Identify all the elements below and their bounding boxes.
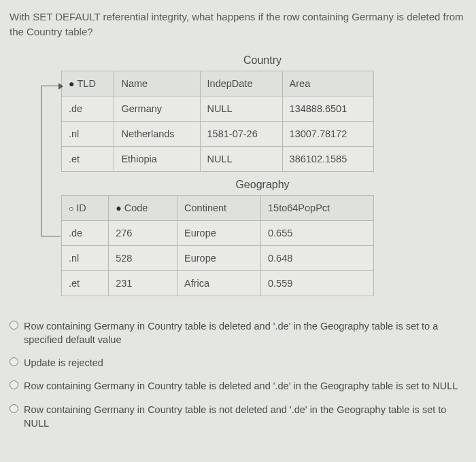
table-row: .nl Netherlands 1581-07-26 13007.78172 [62,121,374,146]
cell: .de [62,220,109,245]
pk-dot-icon: ● [69,79,74,88]
cell: NULL [200,96,282,121]
table-row: .nl 528 Europe 0.648 [62,245,374,270]
cell: 0.655 [261,220,374,245]
option-3-text: Row containing Germany in Country table … [24,379,464,393]
cell: Europe [177,220,261,245]
cell: 13007.78172 [282,121,373,146]
geography-col-code-label: Code [124,202,148,213]
cell: 231 [109,270,177,296]
radio-icon[interactable] [10,404,18,413]
geography-col-continent: Continent [177,195,261,220]
cell: 0.559 [261,270,374,296]
option-2[interactable]: Update is rejected [10,356,464,370]
country-header-row: ●TLD Name IndepDate Area [62,71,374,96]
option-4[interactable]: Row containing Germany in Country table … [10,403,464,431]
cell: 528 [109,245,177,270]
cell: .et [62,270,109,296]
country-col-area: Area [282,71,373,96]
relationship-connector [41,86,61,236]
tables-container: Country ●TLD Name IndepDate Area .de Ger… [61,54,464,296]
cell: .nl [62,121,114,146]
cell: Europe [177,245,261,270]
table-row: .de Germany NULL 134888.6501 [62,96,374,121]
country-table: ●TLD Name IndepDate Area .de Germany NUL… [61,71,374,172]
cell: .et [62,146,114,171]
cell: .nl [62,245,109,270]
option-3[interactable]: Row containing Germany in Country table … [10,379,464,393]
country-col-tld-label: TLD [77,78,95,89]
fk-circle-icon: ○ [69,205,73,213]
cell: Netherlands [114,121,200,146]
geography-col-poppct: 15to64PopPct [261,195,374,220]
geography-table: ○ID ●Code Continent 15to64PopPct .de 276… [61,195,374,296]
option-1[interactable]: Row containing Germany in Country table … [10,319,464,347]
option-2-text: Update is rejected [24,356,464,370]
option-4-text: Row containing Germany in Country table … [24,403,464,431]
cell: Ethiopia [114,146,200,171]
country-col-tld: ●TLD [62,71,114,96]
radio-icon[interactable] [10,380,18,389]
cell: 134888.6501 [282,96,373,121]
cell: 276 [109,220,177,245]
geography-col-id: ○ID [62,195,109,220]
geography-col-id-label: ID [76,202,86,213]
geography-table-title: Geography [61,179,464,191]
answer-options: Row containing Germany in Country table … [10,319,464,431]
geography-col-code: ●Code [109,195,177,220]
country-col-name: Name [114,71,200,96]
cell: Africa [177,270,261,296]
radio-icon[interactable] [10,321,18,330]
geography-header-row: ○ID ●Code Continent 15to64PopPct [62,195,374,220]
country-col-indepdate: IndepDate [200,71,282,96]
radio-icon[interactable] [10,357,18,366]
country-table-title: Country [61,54,464,67]
question-text: With SET DEFAULT referential integrity, … [10,10,464,39]
cell: 386102.1585 [282,146,373,171]
connector-arrow-top [58,83,63,90]
table-row: .et 231 Africa 0.559 [62,270,374,296]
cell: NULL [200,146,282,171]
table-row: .et Ethiopia NULL 386102.1585 [62,146,374,171]
cell: Germany [114,96,200,121]
cell: 1581-07-26 [200,121,282,146]
pk-dot-icon: ● [116,203,121,213]
cell: .de [62,96,114,121]
table-row: .de 276 Europe 0.655 [62,220,374,245]
cell: 0.648 [261,245,374,270]
option-1-text: Row containing Germany in Country table … [24,319,464,347]
